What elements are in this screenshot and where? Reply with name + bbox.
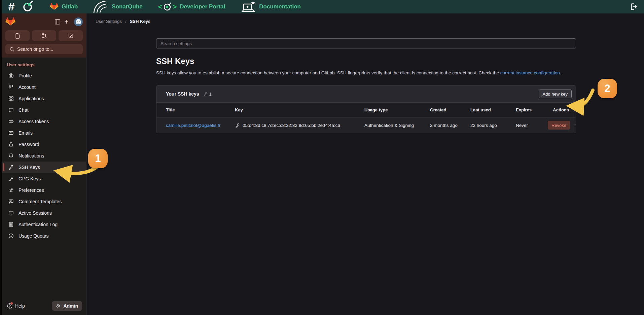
sidebar-item-notifications[interactable]: Notifications xyxy=(2,150,86,162)
wrench-icon xyxy=(56,304,61,309)
usage-type-cell: Authentication & Signing xyxy=(364,123,430,128)
sidebar-item-comment-templates[interactable]: Comment Templates xyxy=(2,196,86,207)
help-button[interactable]: Help xyxy=(7,303,25,309)
create-new-button[interactable]: + xyxy=(62,18,71,26)
sidebar-item-ssh-keys[interactable]: SSH Keys xyxy=(2,162,86,173)
ssh-keys-panel: Your SSH keys 1 Add new key Title Key Us… xyxy=(156,85,576,133)
nav-gitlab-label: Gitlab xyxy=(62,3,78,10)
annotation-badge-2: 2 xyxy=(598,79,617,98)
monitor-icon xyxy=(8,210,14,216)
sidebar-item-emails[interactable]: Emails xyxy=(2,127,86,139)
ssh-keys-table-header: Title Key Usage type Created Last used E… xyxy=(156,102,576,117)
sidebar-item-usage-quotas[interactable]: Usage Quotas xyxy=(2,230,86,242)
sidebar-item-applications[interactable]: Applications xyxy=(2,93,86,104)
user-icon xyxy=(8,73,14,78)
breadcrumb-user-settings[interactable]: User Settings xyxy=(96,19,122,24)
sidebar-item-profile[interactable]: Profile xyxy=(2,70,86,81)
breadcrumb-separator: / xyxy=(125,19,127,24)
logout-button[interactable] xyxy=(629,2,638,11)
todo-icon xyxy=(68,33,74,39)
settings-search-input[interactable] xyxy=(156,38,576,48)
company-hash-logo[interactable]: # xyxy=(8,1,38,12)
page-title: SSH Keys xyxy=(156,57,576,66)
top-nav-links: Gitlab SonarQube < > xyxy=(50,1,301,13)
sidebar-toggle-button[interactable] xyxy=(53,18,62,26)
key-fingerprint-cell: 05:d4:8d:c8:7d:ec:c8:32:82:9d:65:bb:2e:f… xyxy=(235,123,364,128)
bell-icon xyxy=(8,153,14,159)
quota-circle-icon xyxy=(8,233,14,239)
key-count: 1 xyxy=(203,92,212,97)
sidebar-footer: Help Admin xyxy=(2,300,86,315)
log-list-icon xyxy=(8,222,14,227)
page-description: SSH keys allow you to establish a secure… xyxy=(156,69,576,76)
sidebar-search-placeholder: Search or go to... xyxy=(17,46,53,52)
key-icon xyxy=(235,123,240,128)
sidebar-item-password[interactable]: Password xyxy=(2,139,86,150)
nav-developer-portal[interactable]: < > Developer Portal xyxy=(158,2,225,11)
help-notification-dot xyxy=(10,302,13,305)
main-content: User Settings / SSH Keys SSH Keys SSH ke… xyxy=(87,13,644,315)
gitlab-ssh-keys-page: # Gitlab xyxy=(0,0,644,315)
key-icon xyxy=(8,176,14,181)
sliders-icon xyxy=(8,187,14,193)
developer-portal-icon: < > xyxy=(158,2,177,11)
merge-request-icon xyxy=(41,33,47,39)
portal-top-nav: # Gitlab xyxy=(0,0,644,13)
revoke-button[interactable]: Revoke xyxy=(548,121,570,130)
actions-cell: Revoke xyxy=(548,121,576,130)
created-cell: 2 months ago xyxy=(430,123,470,128)
key-title-cell: camille.petitalot@agaetis.fr xyxy=(166,123,235,128)
sidebar-nav: Profile Account Applications Chat Access… xyxy=(2,69,86,300)
nav-documentation-label: Documentation xyxy=(259,3,301,10)
nav-sonarqube-label: SonarQube xyxy=(112,3,143,10)
current-instance-configuration-link[interactable]: current instance configuration xyxy=(500,70,560,75)
todos-shortcut-button[interactable] xyxy=(59,30,83,41)
plus-icon: + xyxy=(64,19,68,25)
svg-text:#: # xyxy=(8,1,14,12)
breadcrumb: User Settings / SSH Keys xyxy=(87,13,644,29)
sidebar-header: + xyxy=(2,13,86,58)
hash-circle-logo-icon: # xyxy=(8,1,38,12)
sidebar-item-gpg-keys[interactable]: GPG Keys xyxy=(2,173,86,184)
key-icon xyxy=(8,165,14,170)
annotation-badge-1: 1 xyxy=(88,149,108,168)
chat-bubble-icon xyxy=(8,107,14,113)
sidebar-search[interactable]: Search or go to... xyxy=(5,44,83,54)
sidebar-item-authentication-log[interactable]: Authentication Log xyxy=(2,219,86,230)
issues-shortcut-button[interactable] xyxy=(5,30,30,41)
search-icon xyxy=(9,47,14,52)
mail-icon xyxy=(8,130,14,136)
nav-documentation[interactable]: Documentation xyxy=(241,1,301,12)
lock-icon xyxy=(8,142,14,147)
sonarqube-arcs-icon xyxy=(93,1,109,13)
nav-sonarqube[interactable]: SonarQube xyxy=(93,1,143,13)
sidebar-item-chat[interactable]: Chat xyxy=(2,104,86,116)
ssh-key-table-row: camille.petitalot@agaetis.fr 05:d4:8d:c8… xyxy=(156,117,576,133)
issues-icon xyxy=(15,33,21,39)
sidebar-section-label: User settings xyxy=(2,58,86,69)
key-title-link[interactable]: camille.petitalot@agaetis.fr xyxy=(166,123,220,128)
add-new-key-button[interactable]: Add new key xyxy=(539,90,572,98)
gitlab-logo-icon[interactable] xyxy=(5,17,15,27)
sidebar-item-active-sessions[interactable]: Active Sessions xyxy=(2,207,86,219)
sidebar-item-access-tokens[interactable]: Access tokens xyxy=(2,116,86,127)
ssh-keys-panel-header: Your SSH keys 1 Add new key xyxy=(156,85,576,102)
applications-grid-icon xyxy=(8,96,14,101)
panel-title: Your SSH keys xyxy=(166,91,199,97)
gitlab-tanuki-icon xyxy=(50,3,59,11)
nav-gitlab[interactable]: Gitlab xyxy=(50,3,78,11)
expires-cell: Never xyxy=(516,123,548,128)
last-used-cell: 22 hours ago xyxy=(470,123,516,128)
nav-developer-portal-label: Developer Portal xyxy=(180,3,225,10)
robot-avatar-icon xyxy=(75,19,82,25)
account-gear-icon xyxy=(8,84,14,90)
delete-key-button[interactable] xyxy=(575,123,576,128)
user-avatar[interactable] xyxy=(74,18,83,26)
sidebar-item-account[interactable]: Account xyxy=(2,81,86,93)
gitlab-sidebar: + xyxy=(2,13,86,315)
window-edge xyxy=(0,0,2,315)
admin-button[interactable]: Admin xyxy=(52,301,82,311)
key-count-icon xyxy=(203,92,208,96)
sidebar-item-preferences[interactable]: Preferences xyxy=(2,184,86,196)
merge-requests-shortcut-button[interactable] xyxy=(32,30,56,41)
